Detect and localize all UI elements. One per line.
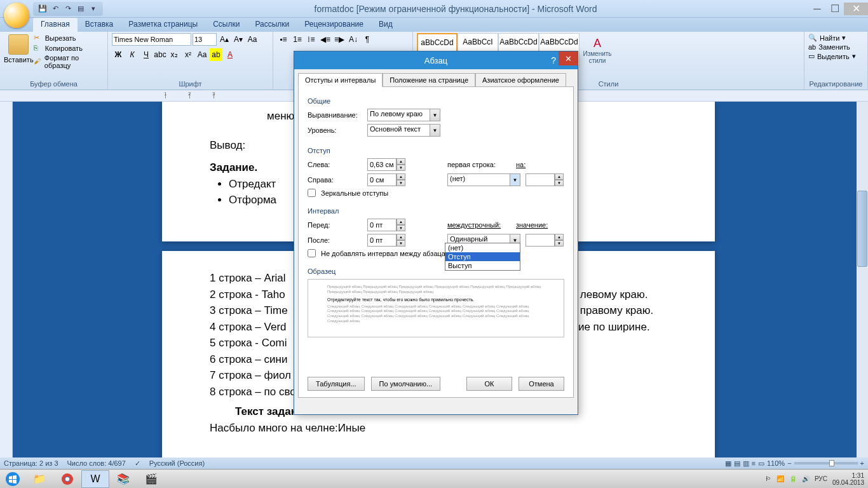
first-line-dropdown[interactable]: (нет) Отступ Выступ [445,243,520,271]
tab-home[interactable]: Главная [33,18,78,32]
alignment-label: Выравнивание: [308,111,362,119]
multilevel-button[interactable]: ⁞≡ [305,33,318,46]
taskbar-app[interactable]: 🎬 [137,470,165,488]
select-button[interactable]: ▭Выделить ▾ [808,51,864,61]
close-button[interactable]: ✕ [844,3,868,15]
vertical-ruler[interactable] [0,102,13,459]
undo-icon[interactable]: ↶ [50,3,61,15]
sort-button[interactable]: A↓ [347,33,360,46]
grow-font-button[interactable]: A▴ [218,33,231,46]
tab-review[interactable]: Рецензирование [297,18,371,32]
tray-network-icon[interactable]: 📶 [776,475,784,482]
show-marks-button[interactable]: ¶ [361,33,374,46]
indent-right-spinner[interactable]: ▲▼ [367,173,405,186]
taskbar-winrar[interactable]: 📚 [109,470,137,488]
vertical-scrollbar[interactable] [857,102,868,459]
zoom-slider[interactable] [794,462,858,464]
no-space-checkbox[interactable] [308,249,316,257]
view-draft-icon[interactable]: ▭ [758,459,764,468]
bullets-button[interactable]: ▪≡ [277,33,290,46]
help-icon[interactable]: ? [551,55,556,65]
scrollbar-thumb[interactable] [857,191,867,267]
alignment-combo[interactable]: По левому краю▼ [367,109,440,121]
taskbar-word[interactable]: W [81,470,109,488]
subscript-button[interactable]: x₂ [168,48,180,61]
font-color-button[interactable]: A [224,48,236,61]
tab-insert[interactable]: Вставка [78,18,121,32]
change-styles-button[interactable]: A Изменить стили [580,33,615,67]
bold-button[interactable]: Ж [112,48,125,61]
find-button[interactable]: 🔍Найти ▾ [808,33,864,43]
after-spinner[interactable]: ▲▼ [367,234,405,247]
view-full-icon[interactable]: ▤ [734,459,740,468]
strike-button[interactable]: abc [154,48,166,61]
taskbar-chrome[interactable] [53,470,81,488]
ok-button[interactable]: ОК [466,377,512,391]
print-icon[interactable]: ▤ [75,3,86,15]
format-painter-button[interactable]: 🖌Формат по образцу [34,53,104,70]
tray-clock[interactable]: 1:31 09.04.2013 [832,472,864,486]
underline-button[interactable]: Ч [140,48,153,61]
cancel-button[interactable]: Отмена [519,377,564,391]
highlight-button[interactable]: ab [210,48,222,61]
minimize-button[interactable]: ─ [808,3,826,15]
indent-button[interactable]: ≡▶ [333,33,346,46]
zoom-thumb[interactable] [829,460,834,466]
tray-volume-icon[interactable]: 🔊 [802,475,810,482]
status-page[interactable]: Страница: 2 из 3 [4,459,58,467]
status-language[interactable]: Русский (Россия) [149,459,205,467]
change-case-button[interactable]: Aa [196,48,208,61]
tray-battery-icon[interactable]: 🔋 [789,475,797,482]
mirror-indents-checkbox[interactable] [308,189,316,197]
spell-check-icon[interactable]: ✓ [135,459,140,468]
by-spinner[interactable]: ▲▼ [526,173,564,186]
tabs-button[interactable]: Табуляция... [308,377,365,391]
tab-references[interactable]: Ссылки [205,18,247,32]
tab-page-layout[interactable]: Разметка страницы [121,18,205,32]
tab-asian[interactable]: Азиатское оформление [475,73,566,87]
shrink-font-button[interactable]: A▾ [232,33,245,46]
clear-format-button[interactable]: Aa [246,33,259,46]
numbering-button[interactable]: 1≡ [291,33,304,46]
tray-flag-icon[interactable]: 🏳 [765,475,771,482]
indent-left-spinner[interactable]: ▲▼ [367,158,405,171]
italic-button[interactable]: К [126,48,139,61]
tray-language[interactable]: РУС [815,475,827,482]
superscript-button[interactable]: x² [182,48,194,61]
copy-button[interactable]: ⎘Копировать [34,43,104,53]
cut-button[interactable]: ✂Вырезать [34,33,104,43]
zoom-in-button[interactable]: + [860,459,864,467]
first-line-combo[interactable]: (нет)▼ [447,173,520,186]
redo-icon[interactable]: ↷ [62,3,74,15]
zoom-out-button[interactable]: − [787,459,791,467]
start-button[interactable] [0,470,25,489]
maximize-button[interactable]: ☐ [826,3,844,15]
option-none[interactable]: (нет) [445,243,520,252]
option-indent[interactable]: Отступ [445,252,520,261]
option-hanging[interactable]: Выступ [445,261,520,270]
tab-indents[interactable]: Отступы и интервалы [298,73,383,87]
before-spinner[interactable]: ▲▼ [367,219,405,231]
font-size-combo[interactable] [193,33,217,46]
outdent-button[interactable]: ◀≡ [319,33,332,46]
zoom-level[interactable]: 110% [767,459,785,467]
view-outline-icon[interactable]: ≡ [752,459,756,467]
tab-position[interactable]: Положение на странице [383,73,475,87]
tab-mailings[interactable]: Рассылки [247,18,297,32]
paste-button[interactable]: Вставить [4,33,34,70]
at-spinner[interactable]: ▲▼ [526,234,564,247]
view-print-icon[interactable]: ▦ [725,459,731,468]
dialog-titlebar[interactable]: Абзац ? ✕ [294,51,578,69]
taskbar-explorer[interactable]: 📁 [25,470,53,488]
office-button[interactable] [4,3,29,28]
view-web-icon[interactable]: ▥ [743,459,749,468]
qat-more-icon[interactable]: ▾ [88,3,99,15]
level-combo[interactable]: Основной текст▼ [367,124,440,137]
dialog-close-button[interactable]: ✕ [559,51,578,65]
tab-view[interactable]: Вид [371,18,400,32]
default-button[interactable]: По умолчанию... [371,377,441,391]
font-name-combo[interactable] [112,33,191,46]
status-words[interactable]: Число слов: 4/697 [67,459,126,467]
replace-button[interactable]: abЗаменить [808,43,864,51]
save-icon[interactable]: 💾 [37,3,48,15]
